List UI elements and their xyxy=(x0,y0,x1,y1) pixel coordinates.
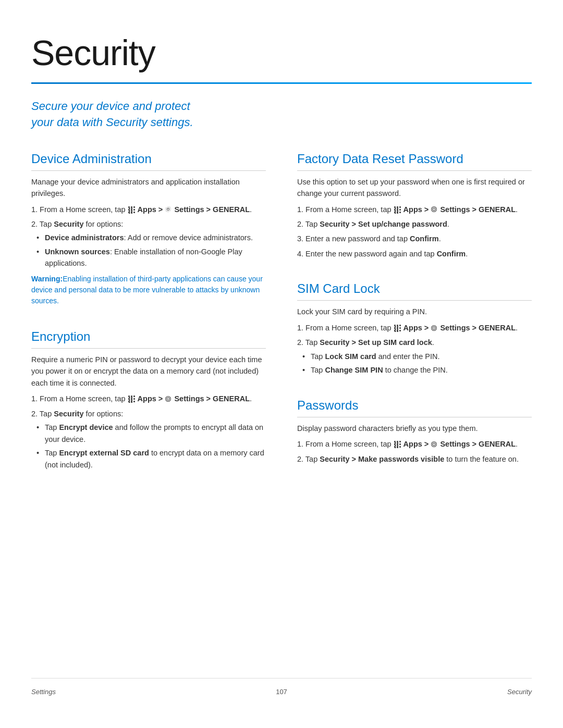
settings-icon-1 xyxy=(165,206,172,213)
apps-icon-4: ⠿ xyxy=(394,324,401,331)
encryption-bullet-1: Tap Encrypt device and follow the prompt… xyxy=(36,422,266,445)
device-administration-title: Device Administration xyxy=(31,150,266,171)
settings-icon-2 xyxy=(165,396,172,402)
subtitle-line1: Secure your device and protect xyxy=(31,100,190,113)
passwords-body: Display password characters briefly as y… xyxy=(297,423,532,465)
left-column: Device Administration Manage your device… xyxy=(31,150,266,678)
device-admin-steps: 1. From a Home screen, tap ⠿ Apps > Sett… xyxy=(31,204,266,269)
encryption-section: Encryption Require a numeric PIN or pass… xyxy=(31,327,266,474)
encryption-step-2: 2. Tap Security for options: Tap Encrypt… xyxy=(31,408,266,471)
passwords-steps: 1. From a Home screen, tap ⠿ Apps > Sett… xyxy=(297,438,532,465)
passwords-intro: Display password characters briefly as y… xyxy=(297,423,532,434)
footer-right: Security xyxy=(507,687,532,697)
settings-icon-3 xyxy=(431,206,437,213)
factory-reset-steps: 1. From a Home screen, tap ⠿ Apps > Sett… xyxy=(297,204,532,260)
footer-left: Settings xyxy=(31,687,56,697)
sim-card-bullet-2: Tap Change SIM PIN to change the PIN. xyxy=(302,364,532,376)
page-footer: Settings 107 Security xyxy=(31,678,532,697)
factory-reset-title: Factory Data Reset Password xyxy=(297,150,532,171)
subtitle-line2: your data with Security settings. xyxy=(31,116,193,129)
svg-point-6 xyxy=(433,443,435,446)
settings-label-1: Settings > GENERAL xyxy=(174,205,250,214)
encryption-intro: Require a numeric PIN or password to dec… xyxy=(31,354,266,389)
apps-icon-2: ⠿ xyxy=(128,395,135,402)
svg-point-2 xyxy=(433,208,435,211)
factory-reset-step-1: 1. From a Home screen, tap ⠿ Apps > Sett… xyxy=(297,204,532,215)
factory-reset-intro: Use this option to set up your password … xyxy=(297,176,532,200)
svg-point-0 xyxy=(167,398,169,400)
device-administration-body: Manage your device administrators and ap… xyxy=(31,176,266,306)
svg-point-1 xyxy=(166,397,171,402)
device-admin-bullets: Device administrators: Add or remove dev… xyxy=(36,232,266,269)
sim-card-step-1: 1. From a Home screen, tap ⠿ Apps > Sett… xyxy=(297,322,532,334)
device-admin-warning: Warning:Enabling installation of third-p… xyxy=(31,274,266,306)
svg-point-5 xyxy=(432,325,437,330)
encryption-body: Require a numeric PIN or password to dec… xyxy=(31,354,266,471)
device-admin-bullet-2: Unknown sources: Enable installation of … xyxy=(36,246,266,269)
device-admin-step-2: 2. Tap Security for options: Device admi… xyxy=(31,218,266,269)
sim-card-intro: Lock your SIM card by requiring a PIN. xyxy=(297,306,532,317)
sim-card-body: Lock your SIM card by requiring a PIN. 1… xyxy=(297,306,532,376)
sim-card-steps: 1. From a Home screen, tap ⠿ Apps > Sett… xyxy=(297,322,532,376)
apps-icon-3: ⠿ xyxy=(394,206,401,213)
settings-icon-5 xyxy=(431,441,437,448)
factory-reset-step-3: 3. Enter a new password and tap Confirm. xyxy=(297,233,532,244)
encryption-bullets: Tap Encrypt device and follow the prompt… xyxy=(36,422,266,471)
right-column: Factory Data Reset Password Use this opt… xyxy=(297,150,532,678)
factory-reset-body: Use this option to set up your password … xyxy=(297,176,532,260)
encryption-bullet-2: Tap Encrypt external SD card to encrypt … xyxy=(36,447,266,471)
encryption-step-1: 1. From a Home screen, tap ⠿ Apps > Sett… xyxy=(31,393,266,404)
page-title: Security xyxy=(31,26,532,79)
factory-reset-step-2: 2. Tap Security > Set up/change password… xyxy=(297,218,532,230)
page-subtitle: Secure your device and protect your data… xyxy=(31,98,261,131)
title-divider xyxy=(31,82,532,84)
passwords-section: Passwords Display password characters br… xyxy=(297,396,532,468)
factory-reset-step-4: 4. Enter the new password again and tap … xyxy=(297,248,532,260)
encryption-title: Encryption xyxy=(31,327,266,349)
sim-card-section: SIM Card Lock Lock your SIM card by requ… xyxy=(297,279,532,379)
sim-card-step-2: 2. Tap Security > Set up SIM card lock. … xyxy=(297,337,532,376)
svg-point-7 xyxy=(432,442,437,447)
device-admin-intro: Manage your device administrators and ap… xyxy=(31,176,266,200)
sim-card-title: SIM Card Lock xyxy=(297,279,532,301)
encryption-steps: 1. From a Home screen, tap ⠿ Apps > Sett… xyxy=(31,393,266,471)
device-admin-step-1: 1. From a Home screen, tap ⠿ Apps > Sett… xyxy=(31,204,266,215)
apps-icon-5: ⠿ xyxy=(394,440,401,448)
device-administration-section: Device Administration Manage your device… xyxy=(31,150,266,311)
svg-point-3 xyxy=(432,207,437,212)
passwords-step-2: 2. Tap Security > Make passwords visible… xyxy=(297,453,532,465)
svg-point-4 xyxy=(433,327,435,329)
passwords-title: Passwords xyxy=(297,396,532,417)
settings-icon-4 xyxy=(431,325,437,331)
two-col-layout: Device Administration Manage your device… xyxy=(31,150,532,678)
apps-label-1: Apps > xyxy=(138,205,163,214)
passwords-step-1: 1. From a Home screen, tap ⠿ Apps > Sett… xyxy=(297,438,532,450)
device-admin-bullet-1: Device administrators: Add or remove dev… xyxy=(36,232,266,243)
page-container: Security Secure your device and protect … xyxy=(0,0,563,728)
sim-card-bullet-1: Tap Lock SIM card and enter the PIN. xyxy=(302,351,532,362)
apps-icon-1: ⠿ xyxy=(128,206,135,213)
footer-page-number: 107 xyxy=(276,687,287,697)
factory-reset-section: Factory Data Reset Password Use this opt… xyxy=(297,150,532,263)
warning-label: Warning: xyxy=(31,275,63,283)
sim-card-bullets: Tap Lock SIM card and enter the PIN. Tap… xyxy=(302,351,532,376)
